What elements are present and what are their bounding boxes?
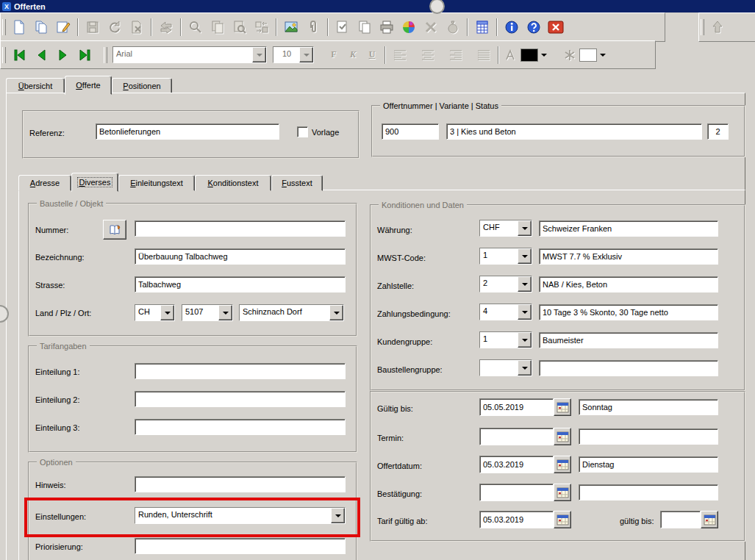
referenz-input[interactable] xyxy=(96,123,279,140)
zahlungsbedingung-text[interactable] xyxy=(539,304,718,320)
kundengruppe-select[interactable]: 1 xyxy=(479,331,532,348)
offertnummer-input[interactable] xyxy=(382,123,439,140)
termin-date-input[interactable] xyxy=(479,428,554,445)
zahlstelle-text[interactable] xyxy=(539,276,718,292)
highlight-color-dropdown-button[interactable] xyxy=(598,47,608,63)
gueltig-bis-date-input[interactable] xyxy=(479,398,554,416)
nav-last-button[interactable] xyxy=(74,46,96,65)
info-button[interactable] xyxy=(501,18,523,37)
offertdatum-day-text[interactable] xyxy=(579,456,718,473)
tab-positionen[interactable]: Positionen xyxy=(112,78,172,94)
subtab-konditionstext[interactable]: Konditionstext xyxy=(195,175,271,191)
new-document-button[interactable] xyxy=(8,18,30,37)
font-size-select[interactable]: 10 xyxy=(273,46,314,63)
waehrung-select[interactable]: CHF xyxy=(479,220,532,237)
nav-last-icon xyxy=(78,48,93,62)
hinweis-input[interactable] xyxy=(135,476,346,492)
vorlage-checkbox[interactable] xyxy=(297,126,308,137)
offertdatum-date-input[interactable] xyxy=(479,456,554,473)
edit-document-button[interactable] xyxy=(52,18,74,37)
bezeichnung-input[interactable] xyxy=(135,248,346,265)
bestaetigung-calendar-button[interactable] xyxy=(554,484,571,501)
variante-input[interactable] xyxy=(446,123,702,140)
kundengruppe-text[interactable] xyxy=(539,332,718,348)
einstellungen-select[interactable]: Runden, Unterschrift xyxy=(135,507,346,524)
copy-document-button[interactable] xyxy=(30,18,52,37)
ort-dropdown-button[interactable] xyxy=(329,305,343,320)
save-icon xyxy=(85,20,100,35)
gueltig-bis-day-text[interactable] xyxy=(579,399,718,415)
ort-value: Schinznach Dorf xyxy=(240,305,329,320)
offertdatum-calendar-button[interactable] xyxy=(554,456,571,473)
strasse-input[interactable] xyxy=(135,276,346,292)
baustellengruppe-select[interactable] xyxy=(479,359,532,376)
toolbar-grip[interactable] xyxy=(2,47,6,63)
chevron-down-icon xyxy=(334,312,340,315)
baustellengruppe-text[interactable] xyxy=(539,360,718,376)
subtab-fusstext[interactable]: Fusstext xyxy=(271,175,323,191)
toolbar-grip[interactable] xyxy=(104,47,107,63)
zahlungsbedingung-select[interactable]: 4 xyxy=(479,304,532,320)
close-button[interactable] xyxy=(545,18,567,37)
help-button[interactable] xyxy=(523,18,545,37)
status-input[interactable] xyxy=(707,123,729,140)
copy-pages-button[interactable] xyxy=(354,18,376,37)
font-size-dropdown-button[interactable] xyxy=(299,47,313,62)
baustellengruppe-dropdown-button[interactable] xyxy=(518,360,532,376)
subtab-diverses[interactable]: Diverses xyxy=(71,173,118,192)
document-check-button[interactable] xyxy=(332,18,354,37)
toolbar-grip[interactable] xyxy=(701,19,704,35)
waehrung-text[interactable] xyxy=(539,220,718,237)
zahlungsbedingung-dropdown-button[interactable] xyxy=(518,304,532,320)
font-color-dropdown-button[interactable] xyxy=(539,47,549,63)
priorisierung-input[interactable] xyxy=(135,538,346,554)
land-select[interactable]: CH xyxy=(135,304,175,321)
nav-previous-button[interactable] xyxy=(30,46,52,65)
tab-offerte[interactable]: Offerte xyxy=(65,76,112,95)
nav-next-button[interactable] xyxy=(52,46,74,65)
toolbar-grip[interactable] xyxy=(2,19,6,35)
termin-day-text[interactable] xyxy=(579,428,718,445)
einteilung1-input[interactable] xyxy=(135,363,346,379)
title-bar: X Offerten xyxy=(0,0,755,12)
einteilung2-input[interactable] xyxy=(135,391,346,407)
tarif-gueltig-ab-calendar-button[interactable] xyxy=(554,511,571,528)
calculator-table-icon xyxy=(475,20,490,35)
bestaetigung-day-text[interactable] xyxy=(579,484,718,500)
tarif-gueltig-bis-date-input[interactable] xyxy=(660,511,701,528)
mwst-code-select[interactable]: 1 xyxy=(479,248,532,265)
zahlstelle-select[interactable]: 2 xyxy=(479,276,532,292)
tarif-gueltig-ab-date-input[interactable] xyxy=(479,511,554,528)
highlight-color-button[interactable] xyxy=(561,46,579,65)
subtab-einleitungstext[interactable]: Einleitungstext xyxy=(118,175,195,191)
bestaetigung-date-input[interactable] xyxy=(479,484,554,501)
plz-select[interactable]: 5107 xyxy=(182,304,233,321)
subtab-adresse[interactable]: Adresse xyxy=(18,175,71,191)
font-family-dropdown-button[interactable] xyxy=(252,47,266,62)
mwst-dropdown-button[interactable] xyxy=(518,248,532,264)
tab-uebersicht[interactable]: Übersicht xyxy=(6,78,65,94)
font-family-select[interactable]: Arial xyxy=(112,46,267,63)
einteilung3-input[interactable] xyxy=(135,419,346,435)
land-dropdown-button[interactable] xyxy=(160,305,174,320)
nummer-lookup-button[interactable] xyxy=(103,220,126,240)
gueltig-bis-calendar-button[interactable] xyxy=(554,398,571,416)
termin-calendar-button[interactable] xyxy=(554,428,571,445)
font-color-button[interactable] xyxy=(502,46,520,65)
nav-first-button[interactable] xyxy=(8,46,30,65)
waehrung-dropdown-button[interactable] xyxy=(518,220,532,236)
ort-select[interactable]: Schinznach Dorf xyxy=(239,304,344,321)
gueltig-bis-datefield xyxy=(479,398,571,416)
nummer-input[interactable] xyxy=(135,220,346,237)
mwst-text[interactable] xyxy=(539,248,718,265)
kundengruppe-dropdown-button[interactable] xyxy=(518,332,532,348)
tarif-gueltig-bis-calendar-button[interactable] xyxy=(701,511,718,528)
print-button[interactable] xyxy=(376,18,398,37)
info-icon xyxy=(504,20,519,35)
plz-dropdown-button[interactable] xyxy=(218,305,232,320)
statistics-button[interactable] xyxy=(398,18,420,37)
einstellungen-dropdown-button[interactable] xyxy=(331,508,345,523)
image-button[interactable] xyxy=(280,18,302,37)
zahlstelle-dropdown-button[interactable] xyxy=(518,276,532,292)
calculator-button[interactable] xyxy=(471,18,493,37)
